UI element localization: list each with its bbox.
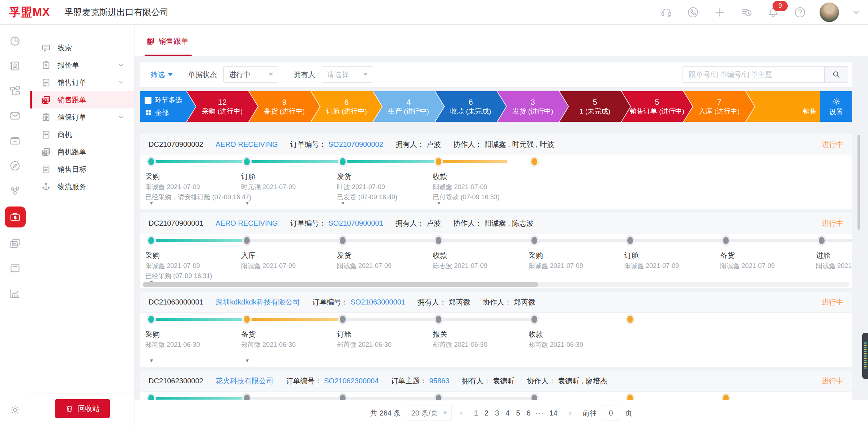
stage-chevron-5[interactable]: 6收款 (未完成) <box>435 91 506 122</box>
stage-chevron-8[interactable]: 5销售订单 (进行中) <box>622 91 693 122</box>
customer-link[interactable]: 深圳kdkdkdk科技有限公司 <box>215 297 300 307</box>
page-number-3[interactable]: 3 <box>492 409 502 417</box>
stage-chevron-9[interactable]: 7入库 (进行中) <box>684 91 754 122</box>
chevron-down-icon[interactable] <box>851 8 861 17</box>
sidebar-item-2[interactable]: 报价单 <box>30 56 134 74</box>
expand-node-button[interactable]: ▼ <box>149 200 154 206</box>
filter-trigger[interactable]: 筛选 <box>150 70 173 80</box>
user-avatar[interactable] <box>820 3 839 22</box>
sidebar-item-9[interactable]: 物流服务 <box>30 178 134 195</box>
sidebar-item-4[interactable]: 销售跟单 <box>30 91 134 108</box>
stage-settings-button[interactable]: 设置 <box>820 91 852 122</box>
page-number-6[interactable]: 6 <box>523 409 534 417</box>
sidebar-item-6[interactable]: 商机 <box>30 126 134 143</box>
history-icon[interactable] <box>739 5 754 20</box>
page-number-4[interactable]: 4 <box>502 409 513 417</box>
rail-report-chart-icon[interactable] <box>8 286 22 300</box>
order-no-link[interactable]: SO21070900001 <box>329 219 383 227</box>
expand-node-button[interactable]: ▼ <box>436 200 441 206</box>
stage-chevron-6[interactable]: 3发货 (进行中) <box>497 91 568 122</box>
sidebar-item-7[interactable]: 商机跟单 <box>30 143 134 161</box>
customer-link[interactable]: AERO RECEIVING <box>215 140 278 149</box>
prev-page-button[interactable]: ‹ <box>458 408 465 418</box>
stage-multiselect-header[interactable]: 环节多选 全部 <box>140 91 196 122</box>
status-select[interactable]: 进行中 <box>223 66 278 83</box>
page-number-2[interactable]: 2 <box>481 409 492 417</box>
timeline-node[interactable] <box>148 158 154 165</box>
timeline-node[interactable] <box>340 395 346 400</box>
order-no-link[interactable]: SO21070900002 <box>329 140 383 149</box>
rail-inbox-bag-icon[interactable] <box>8 134 22 148</box>
next-page-button[interactable]: › <box>566 408 574 418</box>
timeline-node[interactable] <box>436 316 441 323</box>
expand-node-button[interactable]: ▼ <box>149 358 154 363</box>
timeline-node[interactable] <box>627 237 633 244</box>
timeline-node[interactable] <box>531 158 537 165</box>
page-number-14[interactable]: 14 <box>546 409 561 417</box>
expand-node-button[interactable]: ▼ <box>245 358 250 363</box>
timeline-node[interactable] <box>436 395 441 400</box>
timeline-node[interactable] <box>244 237 250 244</box>
owner-select[interactable]: 请选择 <box>322 66 373 83</box>
timeline-node[interactable] <box>244 158 250 165</box>
rail-mail-icon[interactable] <box>8 109 22 123</box>
stage-chevron-2[interactable]: 9备货 (进行中) <box>249 91 320 122</box>
stage-chevron-4[interactable]: 4生产 (进行中) <box>373 91 444 122</box>
timeline-node[interactable] <box>244 395 250 400</box>
headset-icon[interactable] <box>659 5 674 20</box>
search-button[interactable] <box>824 66 848 83</box>
timeline-node[interactable] <box>627 316 633 323</box>
timeline-node[interactable] <box>531 237 537 244</box>
timeline-node[interactable] <box>148 237 154 244</box>
timeline-node[interactable] <box>244 316 250 323</box>
timeline-node[interactable] <box>436 158 441 165</box>
timeline-node[interactable] <box>531 395 537 400</box>
stage-chevron-7[interactable]: 51 (未完成) <box>560 91 630 122</box>
rail-knowledge-book-icon[interactable] <box>8 261 22 275</box>
sidebar-item-1[interactable]: 线索 <box>30 39 134 56</box>
rail-settings-gear-icon[interactable] <box>8 403 22 417</box>
page-size-select[interactable]: 20 条/页 <box>407 405 452 421</box>
timeline-node[interactable] <box>340 158 346 165</box>
order-no-link[interactable]: SO21062300004 <box>324 377 379 385</box>
timeline-node[interactable] <box>148 395 154 400</box>
floating-side-widget[interactable] <box>862 333 868 379</box>
help-icon[interactable] <box>793 5 807 20</box>
rail-documents-icon[interactable] <box>8 237 22 250</box>
customer-link[interactable]: AERO RECEIVING <box>215 219 278 227</box>
timeline-node[interactable] <box>819 237 825 244</box>
search-input[interactable] <box>683 66 824 83</box>
rail-dashboard-pie-icon[interactable] <box>8 34 22 48</box>
bell-icon[interactable]: 9 <box>766 5 781 20</box>
tab-sales-followup[interactable]: 销售跟单 <box>145 36 191 56</box>
timeline-node[interactable] <box>340 237 346 244</box>
sidebar-item-3[interactable]: 销售订单 <box>30 74 134 91</box>
plus-icon[interactable] <box>713 5 727 20</box>
timeline-node[interactable] <box>723 395 729 400</box>
expand-node-button[interactable]: ▼ <box>245 200 250 206</box>
multiselect-checkbox[interactable] <box>145 97 151 104</box>
horizontal-scrollbar[interactable] <box>143 282 849 287</box>
customer-link[interactable]: 花火科技有限公司 <box>215 376 273 386</box>
rail-collaboration-icon[interactable] <box>8 184 22 197</box>
goto-page-input[interactable] <box>603 405 619 421</box>
recycle-bin-button[interactable]: 回收站 <box>55 399 110 418</box>
timeline-node[interactable] <box>531 316 537 323</box>
page-number-5[interactable]: 5 <box>513 409 523 417</box>
phone-icon[interactable] <box>686 5 700 20</box>
vertical-scrollbar[interactable] <box>858 135 860 230</box>
rail-contacts-icon[interactable] <box>8 59 22 73</box>
horizontal-scrollbar-thumb[interactable] <box>143 282 538 287</box>
timeline-node[interactable] <box>627 395 633 400</box>
rail-sales-case-icon[interactable] <box>5 206 26 227</box>
order-no-link[interactable]: SO21063000001 <box>351 298 405 306</box>
timeline-node[interactable] <box>340 316 346 323</box>
stage-chevron-1[interactable]: 12采购 (进行中) <box>187 91 258 122</box>
timeline-node[interactable] <box>436 237 441 244</box>
rail-compass-icon[interactable] <box>8 159 22 172</box>
timeline-node[interactable] <box>723 237 729 244</box>
expand-node-button[interactable]: ▼ <box>341 200 346 206</box>
sidebar-item-5[interactable]: 信保订单 <box>30 108 134 126</box>
rail-org-structure-icon[interactable] <box>8 84 22 98</box>
page-number-1[interactable]: 1 <box>471 409 481 417</box>
